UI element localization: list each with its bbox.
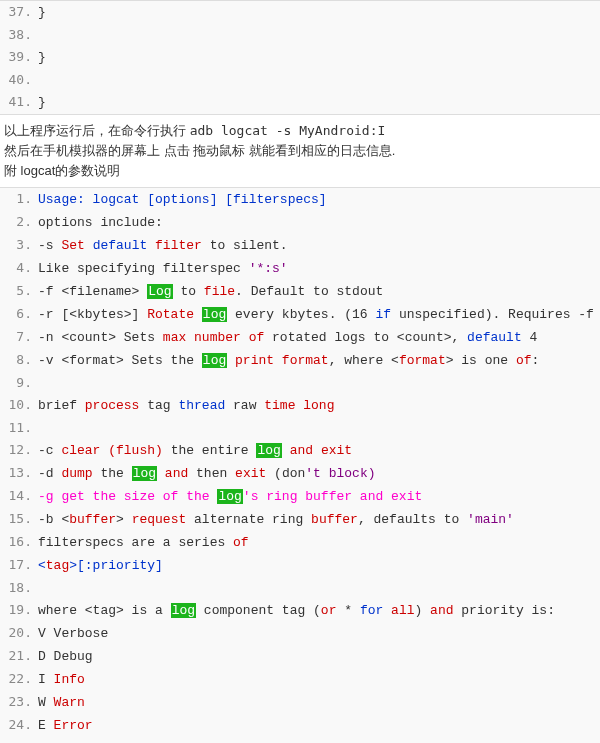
token: and	[165, 466, 188, 481]
code-content: }	[38, 2, 46, 24]
line-number: 12.	[0, 439, 38, 461]
token: :	[532, 353, 540, 368]
token: to	[173, 284, 204, 299]
token: or	[321, 603, 337, 618]
code-line: 18.	[0, 577, 600, 599]
description-text: 以上程序运行后，在命令行执行 adb logcat -s MyAndroid:I…	[0, 115, 600, 187]
line-number: 16.	[0, 531, 38, 553]
code-line: 12.-c clear (flush) the entire log and e…	[0, 439, 600, 462]
code-line: 16.filterspecs are a series of	[0, 531, 600, 554]
token: for	[360, 603, 383, 618]
token	[157, 466, 165, 481]
token: log	[202, 307, 227, 322]
line-number: 14.	[0, 485, 38, 507]
token: -r [<kbytes>]	[38, 307, 147, 322]
token: Warn	[54, 695, 85, 710]
line-number: 18.	[0, 577, 38, 599]
token: (don	[266, 466, 305, 481]
code-line: 5.-f <filename> Log to file. Default to …	[0, 280, 600, 303]
code-line: 22.I Info	[0, 668, 600, 691]
code-content: -n <count> Sets max number of rotated lo…	[38, 327, 537, 349]
code-content: -s Set default filter to silent.	[38, 235, 288, 257]
line-number: 22.	[0, 668, 38, 690]
desc-line-1: 以上程序运行后，在命令行执行 adb logcat -s MyAndroid:I	[4, 121, 596, 141]
token: time long	[264, 398, 334, 413]
token: filter	[155, 238, 202, 253]
code-content: -v <format> Sets the log print format, w…	[38, 350, 539, 372]
code-content: -d dump the log and then exit (don't blo…	[38, 463, 376, 485]
line-number: 11.	[0, 417, 38, 439]
code-line: 21.D Debug	[0, 645, 600, 668]
token: filterspecs are a series	[38, 535, 233, 550]
code-content: -r [<kbytes>] Rotate log every kbytes. (…	[38, 304, 594, 326]
token: thread	[178, 398, 225, 413]
token: *	[336, 603, 359, 618]
code-line: 15.-b <buffer> request alternate ring bu…	[0, 508, 600, 531]
code-line: 8.-v <format> Sets the log print format,…	[0, 349, 600, 372]
code-content: brief process tag thread raw time long	[38, 395, 334, 417]
main-code-block: 1.Usage: logcat [options] [filterspecs]2…	[0, 187, 600, 743]
code-line: 17.<tag>[:priority]	[0, 554, 600, 577]
token: default	[93, 238, 155, 253]
token: exit	[235, 466, 266, 481]
token: all	[391, 603, 414, 618]
token: the	[93, 466, 132, 481]
top-code-block: 37.}38.39.}40.41.}	[0, 0, 600, 115]
token: tag	[46, 558, 69, 573]
line-number: 7.	[0, 326, 38, 348]
code-content: V Verbose	[38, 623, 108, 645]
token: brief	[38, 398, 85, 413]
line-number: 25.	[0, 737, 38, 743]
line-number: 3.	[0, 234, 38, 256]
line-number: 17.	[0, 554, 38, 576]
token: every kbytes. (16	[227, 307, 375, 322]
token: where <tag> is a	[38, 603, 171, 618]
code-line: 7.-n <count> Sets max number of rotated …	[0, 326, 600, 349]
desc-cmd: adb logcat -s MyAndroid:I	[190, 123, 386, 138]
token: W	[38, 695, 54, 710]
line-number: 23.	[0, 691, 38, 713]
line-number: 2.	[0, 211, 38, 233]
token: log	[171, 603, 196, 618]
token: Info	[54, 672, 85, 687]
token: <	[38, 558, 46, 573]
code-content: Usage: logcat [options] [filterspecs]	[38, 189, 327, 211]
token: 't block)	[305, 466, 375, 481]
desc-line-2: 然后在手机模拟器的屏幕上 点击 拖动鼠标 就能看到相应的日志信息.	[4, 141, 596, 161]
line-number: 5.	[0, 280, 38, 302]
code-content: F Fatal	[38, 738, 93, 743]
desc-l1a: 以上程序运行后，在命令行执行	[4, 123, 190, 138]
line-number: 15.	[0, 508, 38, 530]
token: log	[132, 466, 157, 481]
token: component tag (	[196, 603, 321, 618]
token: '*:s'	[249, 261, 288, 276]
line-number: 21.	[0, 645, 38, 667]
code-line: 20.V Verbose	[0, 622, 600, 645]
token: buffer	[311, 512, 358, 527]
token: buffer	[69, 512, 116, 527]
line-number: 9.	[0, 372, 38, 394]
token: process	[85, 398, 140, 413]
token: >	[116, 512, 132, 527]
line-number: 38.	[0, 24, 38, 46]
code-line: 23.W Warn	[0, 691, 600, 714]
code-line: 2.options include:	[0, 211, 600, 234]
token: V Verbose	[38, 626, 108, 641]
line-number: 37.	[0, 1, 38, 23]
code-content: }	[38, 47, 46, 69]
token: raw	[225, 398, 264, 413]
token: the entire	[163, 443, 257, 458]
code-content: D Debug	[38, 646, 93, 668]
code-line: 1.Usage: logcat [options] [filterspecs]	[0, 188, 600, 211]
token: file	[204, 284, 235, 299]
token: format	[399, 353, 446, 368]
token: , where <	[329, 353, 399, 368]
token: clear (flush)	[61, 443, 162, 458]
code-line: 37.}	[0, 1, 600, 24]
token: 4	[522, 330, 538, 345]
token: , defaults to	[358, 512, 467, 527]
code-line: 39.}	[0, 46, 600, 69]
token: alternate ring	[186, 512, 311, 527]
token: -n <count> Sets	[38, 330, 163, 345]
code-line: 41.}	[0, 91, 600, 114]
